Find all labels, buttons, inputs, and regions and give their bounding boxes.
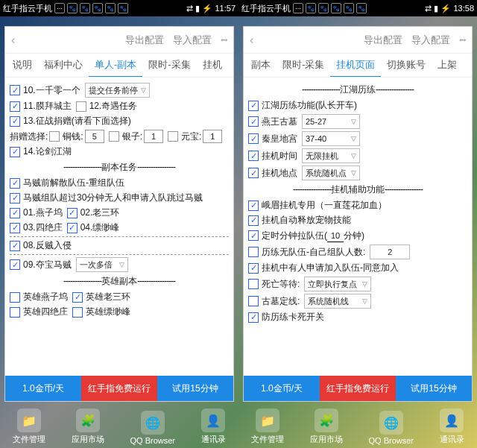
checkbox[interactable]: ✓ [72,307,83,318]
select-a6[interactable]: 立即执行复点▽ [304,277,371,291]
checkbox[interactable]: ✓ [10,292,20,303]
gold-input[interactable]: 1 [203,130,222,143]
checkbox[interactable]: ✓ [10,85,20,95]
donate-label: 捐赠选择: [10,130,48,143]
dock-contacts[interactable]: 👤通讯录 [440,408,464,445]
opt-11: 11.膜拜城主 [23,100,72,113]
back-icon[interactable]: ‹ [250,34,253,47]
dock-browser[interactable]: 🌐QQ Browser [369,411,414,445]
select-6[interactable]: 一次多倍▽ [76,257,128,272]
checkbox[interactable]: ✓ [10,208,20,218]
checkbox[interactable]: ✓ [10,147,20,157]
free-run-button[interactable]: 红手指免费运行 [81,376,157,401]
checkbox[interactable]: ✓ [67,208,78,218]
dock-market[interactable]: 🧩应用市场 [310,408,343,445]
checkbox[interactable]: ✓ [248,116,259,127]
select-r2[interactable]: 25-27▽ [302,114,360,129]
checkbox[interactable]: ✓ [72,292,83,303]
checkbox[interactable]: ✓ [248,263,259,274]
clock: 13:58 [453,4,474,13]
select-10[interactable]: 提交任务前停▽ [85,83,150,98]
export-config[interactable]: 导出配置 [364,34,402,47]
copper-input[interactable]: 5 [85,130,104,143]
status-bar: 红手指云手机 ⋯ 🐾🐾🐾🐾🐾 ⇄ ▮ ⚡ 13:58 [238,0,477,16]
tab-list[interactable]: 上架 [432,54,463,78]
sync-icon: ⇄ [425,4,432,13]
r4: 挂机时间 [262,150,297,163]
checkbox[interactable] [109,131,119,142]
minimize-icon[interactable]: ⤢ [218,34,230,46]
checkbox[interactable]: ✓ [248,279,259,289]
browser-icon: 🌐 [379,411,403,435]
tab-switch[interactable]: 切换账号 [381,54,432,78]
import-config[interactable]: 导入配置 [411,34,450,47]
checkbox[interactable]: ✓ [10,116,20,127]
checkbox[interactable]: ✓ [248,201,259,211]
dock-files[interactable]: 📁文件管理 [251,408,284,445]
checkbox[interactable]: ✓ [10,307,20,318]
checkbox[interactable]: ✓ [10,178,20,189]
checkbox[interactable]: ✓ [248,101,259,111]
sub-6: 09.夺宝马贼 [23,259,72,271]
tab-desc[interactable]: 说明 [7,54,38,78]
checkbox[interactable]: ✓ [248,296,259,306]
sub-4b: 04.缥缈峰 [80,221,120,234]
a4p: 历练无队伍-自己组队人数: [262,246,365,259]
tab-sub[interactable]: 副本 [245,54,277,78]
r2: 燕王古墓 [262,116,297,128]
a3p: 定时分钟拉队伍( [262,230,327,242]
select-r5[interactable]: 系统随机点▽ [302,165,360,180]
free-run-button[interactable]: 红手指免费运行 [320,376,396,401]
checkbox[interactable]: ✓ [67,223,78,233]
checkbox[interactable]: ✓ [248,215,259,226]
tabs: 说明 福利中心 单人-副本 限时-采集 挂机 [5,54,233,78]
silver-input[interactable]: 1 [144,130,163,143]
checkbox[interactable]: ✓ [76,101,86,112]
checkbox[interactable]: ✓ [248,312,259,323]
a3-input[interactable]: 10 [327,229,344,242]
hero-1b: 英雄老三环 [86,291,130,303]
select-r4[interactable]: 无限挂机▽ [302,148,360,163]
export-config[interactable]: 导出配置 [125,34,164,47]
a2: 挂机自动释放宠物技能 [262,214,351,227]
checkbox[interactable] [49,131,60,142]
battery-icon: ⚡ [440,4,451,13]
checkbox[interactable]: ✓ [10,259,20,270]
tab-timed[interactable]: 限时-采集 [277,54,330,78]
dock-contacts[interactable]: 👤通讯录 [201,408,226,445]
import-config[interactable]: 导入配置 [173,34,212,47]
a6: 死亡等待: [262,278,300,291]
sub-5: 08.反贼入侵 [23,239,72,252]
checkbox[interactable]: ✓ [248,247,259,257]
checkbox[interactable]: ✓ [248,133,259,144]
tab-hang[interactable]: 挂机 [197,54,228,78]
signal-icon: ▮ [195,4,200,13]
folder-icon: 📁 [17,408,41,432]
checkbox[interactable]: ✓ [10,223,20,233]
back-icon[interactable]: ‹ [11,34,15,47]
price-button[interactable]: 1.0金币/天 [244,376,320,401]
checkbox[interactable]: ✓ [10,241,20,251]
tab-timed[interactable]: 限时-采集 [142,54,196,78]
tab-hang[interactable]: 挂机页面 [330,54,381,78]
trial-button[interactable]: 试用15分钟 [157,376,233,401]
dock-market[interactable]: 🧩应用市场 [72,408,104,445]
select-a7[interactable]: 系统随机线▽ [304,294,371,309]
checkbox[interactable]: ✓ [248,151,259,161]
tab-solo[interactable]: 单人-副本 [89,54,142,78]
checkbox[interactable] [168,131,178,142]
checkbox[interactable]: ✓ [248,168,259,178]
a4-input[interactable]: 2 [370,244,410,259]
checkbox[interactable]: ✓ [10,101,20,112]
divider-hero: 英雄副本 [10,275,229,288]
dock-files[interactable]: 📁文件管理 [13,408,45,445]
tab-welfare[interactable]: 福利中心 [38,54,89,78]
checkbox[interactable]: ✓ [248,230,259,241]
price-button[interactable]: 1.0金币/天 [5,376,81,401]
select-r3[interactable]: 37-40▽ [302,131,360,146]
checkbox[interactable]: ✓ [10,193,20,204]
trial-button[interactable]: 试用15分钟 [396,376,472,401]
contacts-icon: 👤 [201,408,225,432]
dock-browser[interactable]: 🌐QQ Browser [130,411,176,445]
minimize-icon[interactable]: ⤢ [457,34,469,46]
